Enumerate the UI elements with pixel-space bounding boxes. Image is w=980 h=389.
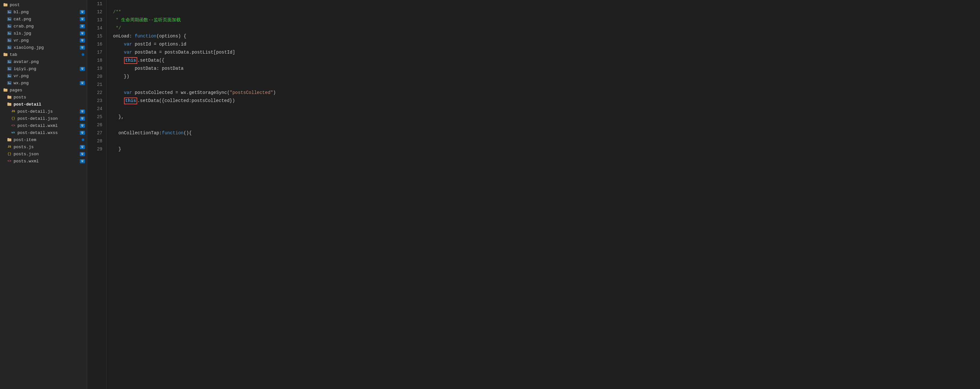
code-token: var xyxy=(124,89,132,97)
svg-rect-0 xyxy=(8,10,11,14)
sidebar-item-label: vr.png xyxy=(14,38,80,43)
sidebar-item-vr-png-2[interactable]: vr.png xyxy=(0,72,87,79)
sidebar-item-tab-folder[interactable]: tab xyxy=(0,51,87,58)
svg-rect-14 xyxy=(8,67,11,71)
sidebar-item-posts-folder[interactable]: posts xyxy=(0,94,87,101)
line-number: 14 xyxy=(87,24,106,32)
line-number: 15 xyxy=(87,32,106,40)
sidebar-item-post-folder[interactable]: post xyxy=(0,1,87,8)
untracked-badge: U xyxy=(80,24,85,29)
sidebar-item-label: posts.json xyxy=(14,152,80,157)
code-token: */ xyxy=(113,24,121,32)
wxml-file-icon: <> xyxy=(6,159,12,163)
sidebar-item-label: posts xyxy=(14,95,87,100)
line-number: 27 xyxy=(87,129,106,137)
svg-rect-6 xyxy=(8,32,11,35)
code-line: var postId = options.id xyxy=(113,40,980,48)
sidebar-item-label: post-item xyxy=(14,138,82,142)
image-file-icon xyxy=(6,74,12,78)
line-number: 26 xyxy=(87,121,106,129)
sidebar-item-label: post-detail xyxy=(14,102,87,107)
sidebar-item-xiaolong-jpg[interactable]: xiaolong.jpgU xyxy=(0,44,87,51)
line-number: 19 xyxy=(87,65,106,73)
folder-icon xyxy=(3,3,8,7)
sidebar-item-posts-js[interactable]: JSposts.jsU xyxy=(0,143,87,151)
sidebar-item-bl-png[interactable]: bl.pngU xyxy=(0,8,87,16)
image-file-icon xyxy=(6,17,12,21)
line-numbers: 11121314151617181920212223242526272829 xyxy=(87,0,107,389)
untracked-badge: U xyxy=(80,110,85,114)
code-token: ) xyxy=(273,89,276,97)
editor-area: 11121314151617181920212223242526272829 /… xyxy=(87,0,980,389)
sidebar-item-cat-png[interactable]: cat.pngU xyxy=(0,16,87,22)
code-line: postData: postData xyxy=(113,65,980,73)
sidebar-item-label: iqiyi.png xyxy=(14,67,80,71)
image-file-icon xyxy=(6,31,12,35)
sidebar-item-label: sls.jpg xyxy=(14,31,80,36)
sidebar-item-vr-png[interactable]: vr.pngU xyxy=(0,37,87,44)
sidebar-item-post-detail-folder[interactable]: post-detail xyxy=(0,101,87,108)
code-token: 生命周期函数--监听页面加载 xyxy=(121,16,181,24)
code-line: * 生命周期函数--监听页面加载 xyxy=(113,16,980,24)
code-token: postId = options.id xyxy=(132,40,186,48)
line-number: 24 xyxy=(87,105,106,113)
code-line xyxy=(113,105,980,113)
code-line: } xyxy=(113,145,980,153)
sidebar-item-post-detail-json[interactable]: {}post-detail.jsonU xyxy=(0,115,87,122)
code-line xyxy=(113,81,980,89)
folder-open-icon xyxy=(6,102,12,106)
sidebar-item-sls-jpg[interactable]: sls.jpgU xyxy=(0,30,87,37)
wxss-file-icon: wx xyxy=(10,131,16,134)
sidebar-item-avatar-png[interactable]: avatar.png xyxy=(0,58,87,65)
sidebar-item-label: cat.png xyxy=(14,17,80,22)
sidebar-item-label: posts.wxml xyxy=(14,159,80,164)
sidebar-item-post-detail-js[interactable]: JSpost-detail.jsU xyxy=(0,108,87,115)
code-line: }, xyxy=(113,113,980,121)
sidebar-item-label: xiaolong.jpg xyxy=(14,45,80,50)
image-file-icon xyxy=(6,38,12,43)
sidebar-item-posts-json[interactable]: {}posts.jsonU xyxy=(0,151,87,157)
code-token: .setData({ xyxy=(137,57,164,65)
sidebar-item-pages-folder[interactable]: pages xyxy=(0,87,87,94)
svg-rect-18 xyxy=(8,81,11,85)
sidebar-item-iqiyi-png[interactable]: iqiyi.pngU xyxy=(0,65,87,72)
code-token: } xyxy=(113,145,121,153)
untracked-badge: U xyxy=(80,10,85,14)
sidebar-item-label: wx.png xyxy=(14,81,80,86)
svg-rect-4 xyxy=(8,25,11,28)
sidebar-item-post-detail-wxss[interactable]: wxpost-detail.wxssU xyxy=(0,129,87,136)
code-line: this.setData({collected:postsCollected}) xyxy=(113,97,980,105)
sidebar-item-crab-png[interactable]: crab.pngU xyxy=(0,22,87,30)
sidebar-item-posts-wxml[interactable]: <>posts.wxmlU xyxy=(0,157,87,165)
code-token: var xyxy=(124,48,132,57)
svg-point-17 xyxy=(8,75,9,76)
code-token: function xyxy=(162,129,183,137)
line-number: 28 xyxy=(87,137,106,145)
sidebar-item-label: post-detail.json xyxy=(18,116,80,121)
untracked-badge: U xyxy=(80,116,85,121)
untracked-badge: U xyxy=(80,81,85,85)
svg-point-5 xyxy=(8,25,9,26)
svg-point-3 xyxy=(8,18,9,19)
this-keyword-highlighted: this xyxy=(124,57,138,64)
untracked-badge: U xyxy=(80,131,85,135)
svg-rect-16 xyxy=(8,74,11,78)
svg-rect-8 xyxy=(8,39,11,42)
code-token: (){ xyxy=(183,129,191,137)
svg-point-19 xyxy=(8,82,9,83)
code-token: }, xyxy=(113,113,124,121)
sidebar-item-wx-png[interactable]: wx.pngU xyxy=(0,79,87,87)
line-number: 13 xyxy=(87,16,106,24)
code-line: /** xyxy=(113,8,980,16)
sidebar-item-post-detail-wxml[interactable]: <>post-detail.wxmlU xyxy=(0,122,87,129)
untracked-badge: U xyxy=(80,67,85,71)
folder-icon xyxy=(6,138,12,142)
code-token xyxy=(113,48,124,57)
code-token: var xyxy=(124,40,132,48)
code-token xyxy=(113,40,124,48)
svg-point-13 xyxy=(8,61,9,62)
json-file-icon: {} xyxy=(10,117,16,121)
sidebar-item-post-item-folder[interactable]: post-item xyxy=(0,136,87,143)
modified-dot xyxy=(82,138,84,141)
svg-point-9 xyxy=(8,40,9,40)
